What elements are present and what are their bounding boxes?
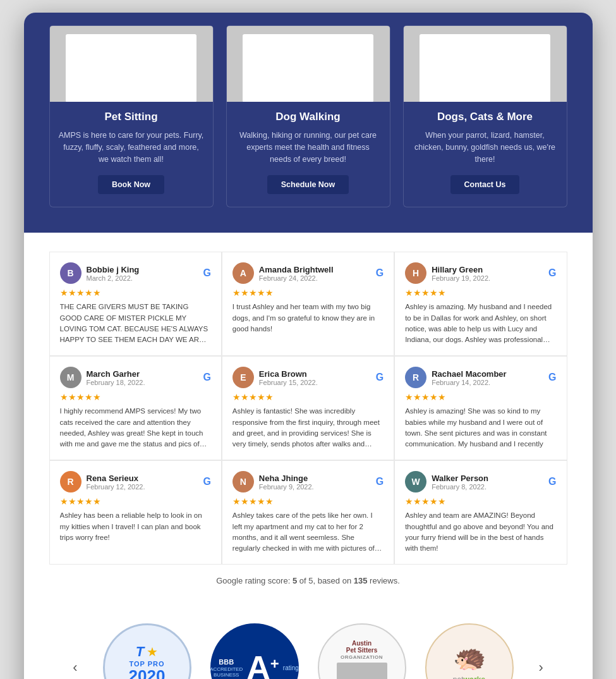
reviewer-info-6: R Rachael Macomber February 14, 2022. <box>405 367 507 388</box>
reviewer-info-4: M March Garher February 18, 2022. <box>60 367 145 388</box>
google-icon-1: G <box>203 267 210 279</box>
stars-1: ★★★★★ <box>60 288 211 298</box>
badge-petworks: 🦔 petworks APPROVED <box>425 623 514 679</box>
reviewer-date-4: February 18, 2022. <box>87 379 145 386</box>
reviewer-date-9: February 8, 2022. <box>432 483 488 491</box>
reviewer-date-8: February 9, 2022. <box>259 483 314 491</box>
review-text-8: Ashley takes care of the pets like her o… <box>233 510 383 554</box>
review-card-4: M March Garher February 18, 2022. G ★★★★… <box>49 356 222 460</box>
stars-3: ★★★★★ <box>405 288 556 298</box>
review-card-3: H Hillary Green February 19, 2022. G ★★★… <box>394 252 567 356</box>
badges-section: ‹ T ★ TOP PRO 2020 Thumbtack BBB ACCREDI <box>24 604 593 679</box>
dog-walking-title: Dog Walking <box>268 111 347 123</box>
reviewer-info-2: A Amanda Brightwell February 24, 2022. <box>233 262 334 284</box>
avatar-4: M <box>60 367 82 388</box>
reviewer-header-3: H Hillary Green February 19, 2022. G <box>405 262 556 284</box>
austin-org-label: ORGANIZATION <box>341 654 383 660</box>
contact-us-button[interactable]: Contact Us <box>450 175 520 194</box>
pet-sitting-desc: AMPS is here to care for your pets. Furr… <box>50 130 213 165</box>
thumbtack-t-icon: T <box>136 644 144 660</box>
petworks-brand: petworks <box>453 673 485 679</box>
reviewer-name-5: Erica Brown <box>259 369 318 379</box>
review-text-2: I trust Ashley and her team with my two … <box>233 302 383 334</box>
avatar-2: A <box>233 262 254 284</box>
review-text-4: I highly recommend AMPS services! My two… <box>60 406 211 450</box>
badges-carousel: ‹ T ★ TOP PRO 2020 Thumbtack BBB ACCREDI <box>37 617 580 679</box>
badge-bbb: BBB ACCREDITEDBUSINESS A + rating <box>210 623 299 679</box>
avatar-3: H <box>405 262 426 284</box>
book-now-button[interactable]: Book Now <box>98 175 164 194</box>
pet-sitting-title: Pet Sitting <box>97 111 165 123</box>
thumbtack-badge-inner: T ★ TOP PRO 2020 Thumbtack <box>129 644 166 679</box>
review-text-5: Ashley is fantastic! She was incredibly … <box>233 406 383 450</box>
reviewer-header-6: R Rachael Macomber February 14, 2022. G <box>405 367 556 388</box>
reviewer-date-2: February 24, 2022. <box>259 274 334 282</box>
google-rating-reviews: reviews. <box>370 576 400 585</box>
badge-thumbtack: T ★ TOP PRO 2020 Thumbtack <box>103 623 191 679</box>
thumbtack-star-icon: ★ <box>147 644 158 659</box>
reviewer-header-5: E Erica Brown February 15, 2022. G <box>233 367 383 388</box>
reviewer-header-8: N Neha Jhinge February 9, 2022. G <box>233 471 383 492</box>
google-rating-of: of 5, based on <box>299 576 351 585</box>
austin-title: AustinPet Sitters <box>346 640 377 654</box>
service-card-dog-walking: Dog Walking Walking, hiking or running, … <box>226 25 390 207</box>
avatar-6: R <box>405 367 426 388</box>
google-icon-7: G <box>203 476 210 487</box>
reviews-grid: B Bobbie j King March 2, 2022. G ★★★★★ T… <box>49 252 567 565</box>
avatar-9: W <box>405 471 426 492</box>
reviewer-info-8: N Neha Jhinge February 9, 2022. <box>233 471 314 492</box>
year-2020-label: 2020 <box>129 668 166 679</box>
bbb-grade-container: A + <box>246 651 279 679</box>
dog-walking-desc: Walking, hiking or running, our pet care… <box>227 130 390 165</box>
reviewer-header-9: W Walker Person February 8, 2022. G <box>405 471 556 492</box>
google-rating: Google rating score: 5 of 5, based on 13… <box>49 576 567 592</box>
review-card-1: B Bobbie j King March 2, 2022. G ★★★★★ T… <box>49 252 222 356</box>
google-icon-5: G <box>376 372 383 383</box>
google-rating-count: 135 <box>354 576 368 585</box>
schedule-now-button[interactable]: Schedule Now <box>267 175 349 194</box>
reviewer-date-6: February 14, 2022. <box>432 379 507 386</box>
reviewer-name-2: Amanda Brightwell <box>259 265 334 274</box>
bbb-rating-text: rating <box>283 664 299 671</box>
review-card-7: R Rena Serieux February 12, 2022. G ★★★★… <box>49 460 222 565</box>
reviewer-name-3: Hillary Green <box>432 265 490 274</box>
badge-austin-pet-sitters: AustinPet Sitters ORGANIZATION BEST IN S… <box>318 623 406 679</box>
review-text-3: Ashley is amazing. My husband and I need… <box>405 302 556 345</box>
carousel-next-button[interactable]: › <box>533 657 550 678</box>
bbb-accredited-text: ACCREDITEDBUSINESS <box>210 666 243 678</box>
review-card-9: W Walker Person February 8, 2022. G ★★★★… <box>394 460 567 565</box>
avatar-7: R <box>60 471 82 492</box>
review-card-8: N Neha Jhinge February 9, 2022. G ★★★★★ … <box>222 460 394 565</box>
dogs-cats-desc: When your parrot, lizard, hamster, chick… <box>404 130 567 165</box>
dog-walking-image <box>227 26 390 102</box>
google-icon-8: G <box>376 476 383 487</box>
review-card-6: R Rachael Macomber February 14, 2022. G … <box>394 356 567 460</box>
reviewer-name-8: Neha Jhinge <box>259 474 314 483</box>
google-icon-3: G <box>548 267 556 279</box>
reviewer-name-4: March Garher <box>87 369 145 379</box>
reviewer-header-1: B Bobbie j King March 2, 2022. G <box>60 262 211 284</box>
stars-6: ★★★★★ <box>405 392 556 402</box>
review-text-7: Ashley has been a reliable help to look … <box>60 510 211 543</box>
austin-city-image <box>337 663 387 679</box>
reviewer-header-7: R Rena Serieux February 12, 2022. G <box>60 471 211 492</box>
reviews-section: B Bobbie j King March 2, 2022. G ★★★★★ T… <box>24 233 593 604</box>
review-text-1: THE CARE GIVERS MUST BE TAKING GOOD CARE… <box>60 302 211 345</box>
reviewer-info-1: B Bobbie j King March 2, 2022. <box>60 262 140 284</box>
carousel-prev-button[interactable]: ‹ <box>66 657 83 678</box>
google-rating-score: 5 <box>293 576 297 585</box>
google-icon-4: G <box>203 372 210 383</box>
services-section: Pet Sitting AMPS is here to care for you… <box>24 13 593 233</box>
reviewer-info-7: R Rena Serieux February 12, 2022. <box>60 471 145 492</box>
bbb-logo-text: BBB <box>219 658 234 666</box>
stars-7: ★★★★★ <box>60 496 211 506</box>
dogs-cats-title: Dogs, Cats & More <box>430 111 540 123</box>
reviewer-info-5: E Erica Brown February 15, 2022. <box>233 367 318 388</box>
bbb-left: BBB ACCREDITEDBUSINESS <box>210 658 243 678</box>
google-icon-2: G <box>376 267 383 279</box>
device-frame: Pet Sitting AMPS is here to care for you… <box>24 13 593 679</box>
avatar-1: B <box>60 262 82 284</box>
petworks-works: works <box>464 675 486 679</box>
petworks-pet: pet <box>453 675 464 679</box>
reviewer-name-7: Rena Serieux <box>87 474 145 483</box>
